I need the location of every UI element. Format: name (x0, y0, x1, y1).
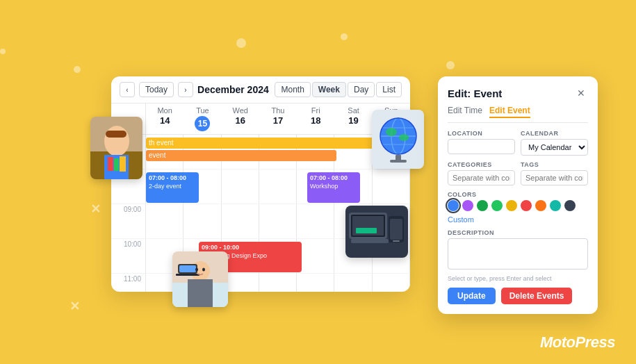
cell-tue-800[interactable] (184, 169, 221, 204)
cell-mon-800[interactable] (146, 169, 184, 204)
color-purple[interactable] (462, 200, 473, 211)
cell-mon-900[interactable] (146, 204, 184, 239)
cell-sat-800[interactable] (334, 169, 372, 204)
bg-dot-4 (446, 61, 455, 69)
cell-thu-900[interactable] (259, 204, 297, 239)
tab-edit-event[interactable]: Edit Event (489, 106, 530, 118)
cell-wed-900[interactable] (222, 204, 259, 239)
categories-input[interactable] (448, 170, 515, 185)
tags-input[interactable] (521, 170, 588, 185)
day-thu: Thu 17 (259, 104, 297, 134)
cell-sat-1100[interactable] (334, 274, 372, 292)
photo-woman-laptop (172, 251, 228, 307)
field-categories: CATEGORIES (448, 161, 515, 185)
bg-dot-3 (74, 66, 81, 73)
bg-x-3: ✕ (70, 299, 80, 314)
svg-rect-36 (393, 240, 400, 242)
calendar-select[interactable]: My Calendar (521, 139, 588, 156)
custom-color-link[interactable]: Custom (448, 215, 588, 224)
svg-point-17 (202, 268, 205, 272)
svg-rect-7 (114, 158, 119, 171)
next-btn[interactable]: › (178, 82, 193, 97)
day-wed: Wed 16 (222, 104, 259, 134)
color-orange[interactable] (535, 200, 546, 211)
update-button[interactable]: Update (448, 288, 496, 304)
cell-fri-1000[interactable] (297, 239, 334, 274)
time-1000: 10:00 (111, 239, 146, 274)
event-month[interactable]: th event (146, 138, 405, 149)
color-dark[interactable] (564, 200, 576, 211)
svg-rect-6 (108, 157, 113, 171)
cell-tue-900[interactable] (184, 204, 221, 239)
edit-panel-header: Edit: Event ✕ (448, 86, 588, 100)
calendar-label: CALENDAR (521, 130, 588, 137)
edit-panel-title: Edit: Event (448, 88, 502, 99)
location-input[interactable] (448, 139, 515, 154)
close-button[interactable]: ✕ (574, 86, 588, 100)
color-teal[interactable] (550, 200, 561, 211)
photo-woman-books (90, 117, 142, 179)
svg-rect-8 (120, 156, 126, 172)
svg-point-25 (386, 128, 397, 136)
field-calendar: CALENDAR My Calendar (521, 130, 588, 156)
delete-button[interactable]: Delete Events (501, 288, 573, 304)
color-blue[interactable] (448, 200, 459, 211)
color-yellow[interactable] (506, 200, 517, 211)
description-hint: Select or type, press Enter and select (448, 275, 588, 282)
time-900: 09:00 (111, 204, 146, 239)
color-red[interactable] (521, 200, 532, 211)
prev-btn[interactable]: ‹ (120, 82, 135, 97)
location-label: LOCATION (448, 130, 515, 137)
svg-rect-35 (390, 219, 402, 240)
svg-rect-27 (396, 155, 401, 160)
cell-thu-1100[interactable] (259, 274, 297, 292)
cell-fri-800[interactable] (297, 169, 334, 204)
event-long[interactable]: event (146, 150, 336, 161)
cell-fri-900[interactable] (297, 204, 334, 239)
day-tue: Tue 15 (184, 104, 221, 134)
tags-label: TAGS (521, 161, 588, 168)
svg-rect-5 (106, 131, 127, 138)
svg-rect-37 (356, 228, 377, 233)
day-sat: Sat 19 (334, 104, 372, 134)
calendar-header: ‹ Today › December 2024 Month Week Day L… (111, 76, 410, 104)
view-list[interactable]: List (376, 82, 402, 97)
svg-rect-12 (188, 279, 213, 307)
bg-x-1: ✕ (90, 201, 101, 217)
description-textarea[interactable] (448, 238, 588, 270)
cell-sun-1100[interactable] (373, 274, 410, 292)
cell-thu-1000[interactable] (259, 239, 297, 274)
categories-label: CATEGORIES (448, 161, 515, 168)
svg-rect-15 (176, 274, 199, 276)
svg-point-26 (399, 134, 409, 141)
cell-fri-1100[interactable] (297, 274, 334, 292)
day-headers: Mon 14 Tue 15 Wed 16 Thu 17 Fri 18 Sat 1… (111, 104, 410, 135)
colors-label: COLORS (448, 191, 588, 198)
field-location: LOCATION (448, 130, 515, 156)
action-buttons: Update Delete Events (448, 288, 588, 304)
description-label: DESCRIPTION (448, 229, 588, 236)
cell-wed-800[interactable] (222, 169, 259, 204)
tab-edit-time[interactable]: Edit Time (448, 106, 482, 118)
view-buttons: Month Week Day List (275, 82, 402, 97)
view-day[interactable]: Day (348, 82, 375, 97)
svg-point-16 (195, 268, 198, 272)
calendar-card: ‹ Today › December 2024 Month Week Day L… (111, 76, 410, 292)
svg-rect-28 (390, 160, 407, 163)
motopress-logo: MotoPress (540, 333, 615, 351)
view-week[interactable]: Week (312, 82, 346, 97)
today-btn[interactable]: Today (139, 82, 174, 97)
bg-dot-2 (341, 33, 348, 40)
view-month[interactable]: Month (275, 82, 310, 97)
color-green[interactable] (491, 200, 503, 211)
bg-dot-5 (0, 49, 6, 54)
month-title: December 2024 (197, 84, 270, 95)
cell-sun-800[interactable] (373, 169, 410, 204)
photo-devices (345, 206, 408, 258)
cell-thu-800[interactable] (259, 169, 297, 204)
color-green-dark[interactable] (477, 200, 488, 211)
form-row-location-calendar: LOCATION CALENDAR My Calendar (448, 130, 588, 156)
field-tags: TAGS (521, 161, 588, 185)
field-colors: COLORS Custom (448, 191, 588, 224)
form-row-categories-tags: CATEGORIES TAGS (448, 161, 588, 185)
